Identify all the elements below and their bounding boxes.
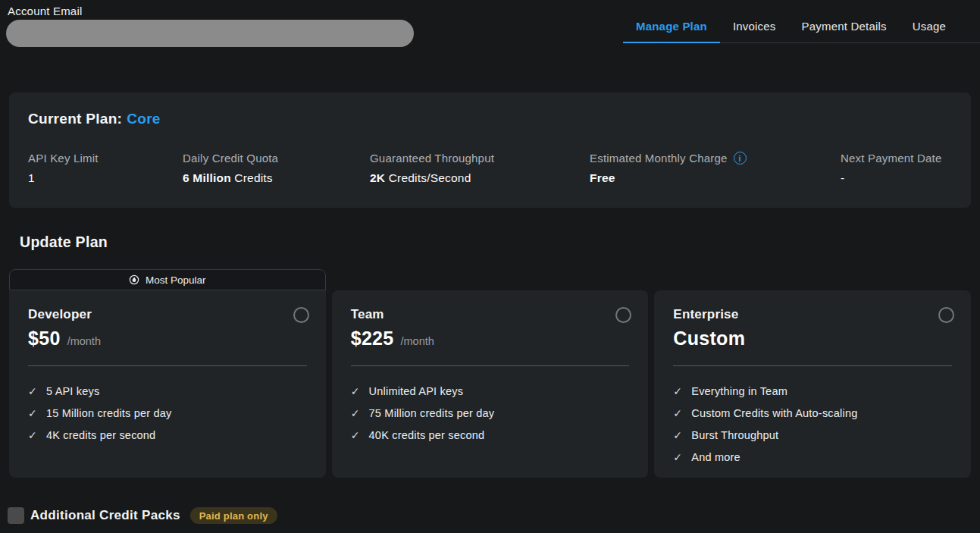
feature-item: ✓5 API keys <box>28 380 307 402</box>
stat-label: Next Payment Date <box>841 152 941 165</box>
credit-packs-row: Additional Credit Packs Paid plan only <box>8 507 277 524</box>
info-icon[interactable]: i <box>734 152 747 165</box>
check-icon: ✓ <box>673 452 682 462</box>
feature-item: ✓Unlimited API keys <box>351 380 630 402</box>
check-icon: ✓ <box>673 408 682 419</box>
divider <box>673 365 952 366</box>
stat-label: Guaranteed Throughput <box>370 152 590 165</box>
plan-radio-enterprise[interactable] <box>938 307 954 323</box>
feature-item: ✓40K credits per second <box>351 424 630 446</box>
tab-invoices[interactable]: Invoices <box>720 11 789 43</box>
plan-radio-developer[interactable] <box>293 307 309 323</box>
feature-item: ✓Everything in Team <box>673 380 952 402</box>
plan-price-row: $50 /month <box>28 328 307 350</box>
credit-packs-label: Additional Credit Packs <box>30 508 180 523</box>
feature-item: ✓Burst Throughput <box>673 424 952 446</box>
stat-guaranteed-throughput: Guaranteed Throughput 2K Credits/Second <box>370 152 590 185</box>
plan-cards-row: Most Popular Developer $50 /month ✓5 API… <box>9 269 971 478</box>
stat-next-payment-date: Next Payment Date - <box>841 152 941 185</box>
feature-item: ✓Custom Credits with Auto-scaling <box>673 402 952 424</box>
plan-price-row: $225 /month <box>351 328 630 350</box>
tab-usage[interactable]: Usage <box>900 11 959 43</box>
tab-payment-details[interactable]: Payment Details <box>789 11 900 43</box>
most-popular-banner: Most Popular <box>9 269 326 290</box>
feature-item: ✓4K credits per second <box>28 424 307 446</box>
feature-item: ✓15 Million credits per day <box>28 402 307 424</box>
stat-daily-credit-quota: Daily Credit Quota 6 Million Credits <box>183 152 370 185</box>
check-icon: ✓ <box>351 386 360 397</box>
stat-value: 6 Million Credits <box>183 171 370 185</box>
plan-features: ✓Unlimited API keys ✓75 Million credits … <box>351 380 630 446</box>
current-plan-title: Current Plan:Core <box>28 111 161 127</box>
check-icon: ✓ <box>673 386 682 397</box>
stat-value: 2K Credits/Second <box>370 171 590 185</box>
current-plan-title-prefix: Current Plan: <box>28 111 122 127</box>
check-icon: ✓ <box>28 386 37 397</box>
plan-card-enterprise[interactable]: Enterprise Custom ✓Everything in Team ✓C… <box>654 269 971 478</box>
billing-page: Account Email Manage Plan Invoices Payme… <box>0 0 980 533</box>
plan-price-row: Custom <box>673 328 952 350</box>
check-icon: ✓ <box>351 408 360 419</box>
current-plan-card: Current Plan:Core API Key Limit 1 Daily … <box>9 92 971 208</box>
most-popular-label: Most Popular <box>146 274 206 286</box>
plan-name: Developer <box>28 307 307 322</box>
stat-value: Free <box>590 171 841 185</box>
plan-price: $225 <box>351 328 394 350</box>
stat-value: 1 <box>28 171 183 185</box>
plan-card-developer[interactable]: Most Popular Developer $50 /month ✓5 API… <box>9 269 326 478</box>
feature-item: ✓And more <box>673 446 952 468</box>
feature-item: ✓75 Million credits per day <box>351 402 630 424</box>
check-icon: ✓ <box>28 408 37 419</box>
billing-tabs: Manage Plan Invoices Payment Details Usa… <box>623 11 980 43</box>
plan-period: /month <box>401 335 434 347</box>
stat-label: Estimated Monthly Chargei <box>590 152 841 165</box>
current-plan-name: Core <box>127 111 161 127</box>
stat-api-key-limit: API Key Limit 1 <box>28 152 183 185</box>
current-plan-stats: API Key Limit 1 Daily Credit Quota 6 Mil… <box>28 152 952 185</box>
plan-features: ✓5 API keys ✓15 Million credits per day … <box>28 380 307 446</box>
stat-label: Daily Credit Quota <box>183 152 370 165</box>
paid-plan-only-badge: Paid plan only <box>190 507 277 524</box>
credit-packs-checkbox[interactable] <box>8 507 24 524</box>
plan-card-team[interactable]: Team $225 /month ✓Unlimited API keys ✓75… <box>332 269 649 478</box>
check-icon: ✓ <box>351 430 360 441</box>
plan-name: Team <box>351 307 630 322</box>
divider <box>28 365 307 366</box>
check-icon: ✓ <box>673 430 682 441</box>
account-email-label: Account Email <box>8 5 82 17</box>
flame-circle-icon <box>129 274 139 285</box>
tab-manage-plan[interactable]: Manage Plan <box>623 11 720 43</box>
plan-period: /month <box>67 335 101 347</box>
divider <box>351 365 630 366</box>
stat-label: API Key Limit <box>28 152 183 165</box>
plan-name: Enterprise <box>673 307 952 322</box>
plan-price: Custom <box>673 328 745 350</box>
stat-value: - <box>841 171 941 185</box>
account-email-input[interactable] <box>6 20 414 47</box>
plan-features: ✓Everything in Team ✓Custom Credits with… <box>673 380 952 468</box>
check-icon: ✓ <box>28 430 37 441</box>
stat-estimated-monthly-charge: Estimated Monthly Chargei Free <box>590 152 841 185</box>
update-plan-heading: Update Plan <box>20 234 108 251</box>
plan-price: $50 <box>28 328 61 350</box>
